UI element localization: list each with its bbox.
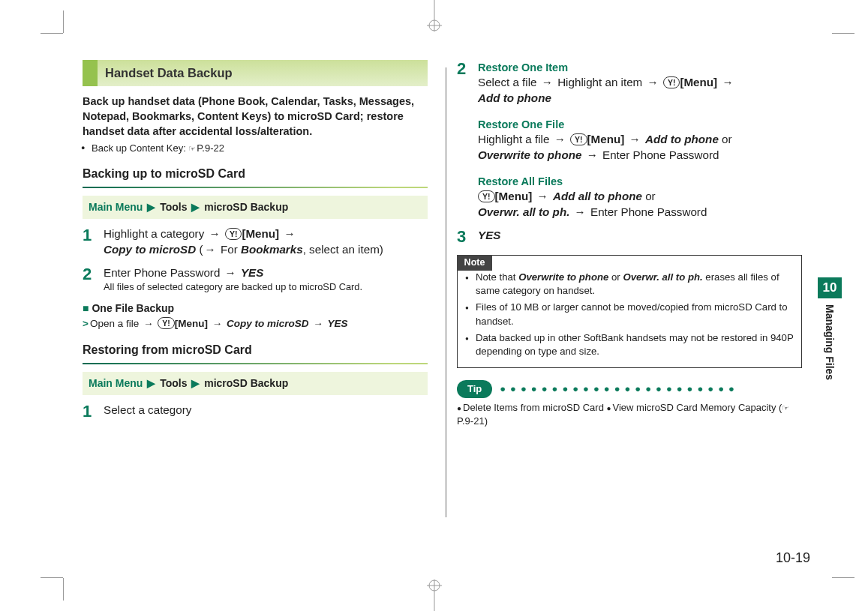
menu-path-item: microSD Backup xyxy=(204,201,288,213)
arrow-icon xyxy=(722,76,733,88)
menu-path-arrow-icon: ▶ xyxy=(147,201,155,213)
bullet-icon xyxy=(606,402,612,413)
command-copy-to-microsd: Copy to microSD xyxy=(227,318,309,329)
tip-dots-icon: ●●●●●●●●●●●●●●●●●●●●●●● xyxy=(500,382,802,396)
page-number: 10-19 xyxy=(776,550,810,566)
step-text: Enter Phone Password xyxy=(599,148,719,161)
arrow-icon xyxy=(313,318,323,329)
command-add-to-phone: Add to phone xyxy=(645,133,719,145)
menu-path-arrow-icon: ▶ xyxy=(191,201,200,213)
chapter-tab: 10 Managing Files xyxy=(818,277,842,380)
arrow-icon xyxy=(284,227,295,240)
right-column: 2 Restore One Item Select a file Highlig… xyxy=(457,52,806,547)
tip-text: ) xyxy=(485,415,488,427)
menu-key-icon: Y! xyxy=(478,190,495,202)
one-file-backup-heading: ■One File Backup xyxy=(83,301,428,316)
arrow-icon xyxy=(209,227,220,240)
registration-mark-top xyxy=(425,0,443,31)
command-overwrite-to-phone: Overwrite to phone xyxy=(478,148,581,161)
restore-one-item-label: Restore One Item xyxy=(478,60,802,75)
arrow-icon xyxy=(587,148,598,161)
restore-all-files-label: Restore All Files xyxy=(478,174,802,189)
menu-label: [Menu] xyxy=(242,227,279,240)
command-yes: YES xyxy=(328,318,348,329)
step-number: 1 xyxy=(83,403,104,421)
crop-mark xyxy=(63,10,64,33)
tip-header: Tip ●●●●●●●●●●●●●●●●●●●●●●● xyxy=(457,380,802,398)
note-item: Files of 10 MB or larger cannot be moved… xyxy=(465,301,794,328)
crop-mark xyxy=(832,33,854,34)
arrow-icon xyxy=(542,76,553,88)
step-body: Restore One Item Select a file Highlight… xyxy=(478,60,802,220)
step-number: 1 xyxy=(83,226,104,258)
or-text: or xyxy=(642,190,656,202)
term: Overwr. all to ph. xyxy=(623,271,702,283)
page-content: 10 Managing Files Handset Data Backup Ba… xyxy=(83,52,810,566)
subheading-restoring: Restoring from microSD Card xyxy=(83,342,428,358)
or-text: or xyxy=(719,133,732,145)
chapter-title: Managing Files xyxy=(824,304,836,380)
step-body: Enter Phone Password YES All files of se… xyxy=(104,265,428,294)
command-overwrite-all-to-phone: Overwr. all to ph. xyxy=(478,205,569,218)
step-body: Select a category xyxy=(104,403,428,421)
menu-path-item: microSD Backup xyxy=(204,377,288,389)
heading-text: One File Backup xyxy=(92,302,174,314)
tip-label: Tip xyxy=(457,380,492,398)
step-text: Enter Phone Password xyxy=(587,205,707,218)
menu-path-arrow-icon: ▶ xyxy=(147,377,155,389)
menu-path: Main Menu ▶ Tools ▶ microSD Backup xyxy=(83,196,428,219)
note-text: Note that xyxy=(476,271,518,283)
command-add-all-to-phone: Add all to phone xyxy=(553,190,642,202)
section-heading: Handset Data Backup xyxy=(83,60,428,86)
intro-paragraph: Back up handset data (Phone Book, Calend… xyxy=(83,94,428,139)
step-3: 3 YES xyxy=(457,228,802,246)
note-item: Note that Overwrite to phone or Overwr. … xyxy=(465,271,794,298)
chapter-number: 10 xyxy=(818,277,842,298)
tip-body: Delete Items from microSD Card View micr… xyxy=(457,401,802,428)
menu-label: [Menu] xyxy=(587,133,625,145)
step-number: 3 xyxy=(457,228,478,246)
command-yes: YES xyxy=(478,229,500,241)
arrow-icon xyxy=(647,76,658,88)
one-file-backup-steps: >Open a file Y![Menu] Copy to microSD YE… xyxy=(83,317,428,331)
tip-text: View microSD Card Memory Capacity ( xyxy=(613,402,782,413)
arrow-icon xyxy=(537,190,548,202)
step-text: Enter Phone Password xyxy=(104,266,224,279)
command-bookmarks: Bookmarks xyxy=(241,243,303,256)
note-label: Note xyxy=(457,255,493,271)
crop-mark xyxy=(63,578,64,601)
step-2: 2 Restore One Item Select a file Highlig… xyxy=(457,60,802,220)
note-box: Note Note that Overwrite to phone or Ove… xyxy=(457,255,802,368)
step-number: 2 xyxy=(457,60,478,220)
subheading-backing-up: Backing up to microSD Card xyxy=(83,166,428,182)
step-text: , select an item) xyxy=(303,243,383,256)
intro-bullet-ref: P.9-22 xyxy=(197,142,224,154)
menu-path-arrow-icon: ▶ xyxy=(191,377,200,389)
arrow-icon xyxy=(554,133,566,145)
tip-text: Delete Items from microSD Card xyxy=(463,402,606,413)
restore-one-file-label: Restore One File xyxy=(478,117,802,132)
step-text: ( xyxy=(199,243,203,256)
command-add-to-phone: Add to phone xyxy=(478,91,551,104)
crop-mark xyxy=(41,33,63,34)
step-text: Highlight an item xyxy=(554,76,646,88)
step-text: For xyxy=(218,243,241,256)
arrow-icon xyxy=(575,205,586,218)
note-item: Data backed up in other SoftBank handset… xyxy=(465,331,794,358)
step-text: Open a file xyxy=(90,318,142,329)
menu-path-root: Main Menu xyxy=(89,377,143,389)
command-yes: YES xyxy=(241,266,263,279)
step-1: 1 Select a category xyxy=(83,403,428,421)
menu-path-root: Main Menu xyxy=(89,201,143,213)
note-text: or xyxy=(608,271,623,283)
arrow-icon xyxy=(225,266,236,279)
step-body: Highlight a category Y![Menu] Copy to mi… xyxy=(104,226,428,258)
menu-label: [Menu] xyxy=(680,76,717,88)
step-2: 2 Enter Phone Password YES All files of … xyxy=(83,265,428,294)
command-copy-to-microsd: Copy to microSD xyxy=(104,243,196,256)
menu-key-icon: Y! xyxy=(570,133,587,145)
restore-one-file-steps: Highlight a file Y![Menu] Add to phone o… xyxy=(478,132,802,163)
menu-path-item: Tools xyxy=(160,201,187,213)
divider xyxy=(83,187,428,188)
page-ref-icon xyxy=(188,142,197,155)
